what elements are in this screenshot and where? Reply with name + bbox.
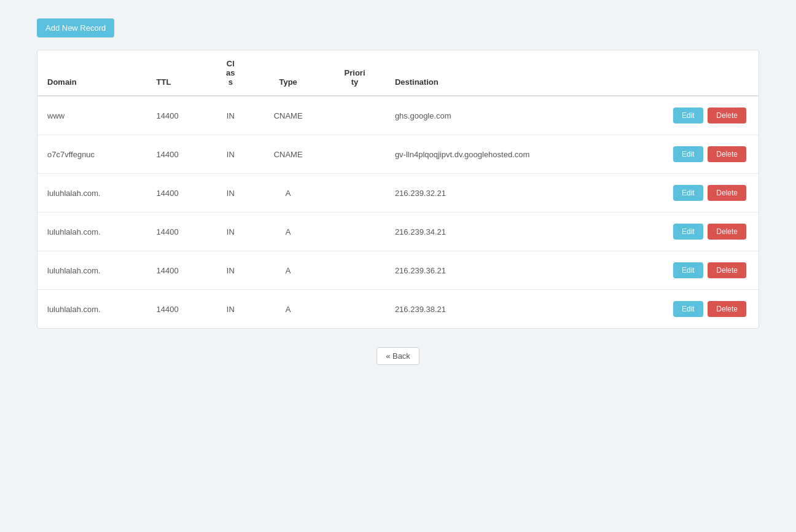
pagination: « Back [37,347,759,365]
edit-button[interactable]: Edit [673,262,703,278]
cell-class: IN [209,290,252,329]
cell-priority [324,213,385,251]
back-button[interactable]: « Back [377,347,419,365]
cell-ttl: 14400 [147,213,209,251]
cell-ttl: 14400 [147,251,209,290]
type-header: Type [252,50,324,96]
cell-ttl: 14400 [147,174,209,213]
domain-header: Domain [37,50,147,96]
cell-priority [324,96,385,135]
cell-type: A [252,251,324,290]
cell-destination: ghs.google.com [385,96,616,135]
cell-ttl: 14400 [147,290,209,329]
cell-class: IN [209,174,252,213]
cell-destination: 216.239.34.21 [385,213,616,251]
cell-actions: Edit Delete [616,251,759,290]
cell-destination: 216.239.32.21 [385,174,616,213]
cell-priority [324,251,385,290]
cell-class: IN [209,213,252,251]
cell-domain: luluhlalah.com. [37,213,147,251]
edit-button[interactable]: Edit [673,185,703,201]
table-body: www 14400 IN CNAME ghs.google.com Edit D… [37,96,759,328]
cell-priority [324,135,385,174]
actions-header [616,50,759,96]
cell-type: CNAME [252,96,324,135]
cell-actions: Edit Delete [616,174,759,213]
cell-destination: 216.239.38.21 [385,290,616,329]
cell-type: A [252,174,324,213]
cell-domain: luluhlalah.com. [37,290,147,329]
cell-priority [324,174,385,213]
cell-actions: Edit Delete [616,96,759,135]
table-row: www 14400 IN CNAME ghs.google.com Edit D… [37,96,759,135]
cell-ttl: 14400 [147,96,209,135]
cell-type: A [252,290,324,329]
cell-domain: luluhlalah.com. [37,174,147,213]
table-row: luluhlalah.com. 14400 IN A 216.239.38.21… [37,290,759,329]
cell-destination: gv-lln4plqoqjipvt.dv.googlehosted.com [385,135,616,174]
cell-type: A [252,213,324,251]
cell-ttl: 14400 [147,135,209,174]
table-row: luluhlalah.com. 14400 IN A 216.239.36.21… [37,251,759,290]
edit-button[interactable]: Edit [673,224,703,240]
edit-button[interactable]: Edit [673,108,703,123]
edit-button[interactable]: Edit [673,301,703,317]
delete-button[interactable]: Delete [708,146,746,162]
cell-domain: luluhlalah.com. [37,251,147,290]
table-row: luluhlalah.com. 14400 IN A 216.239.32.21… [37,174,759,213]
delete-button[interactable]: Delete [708,224,746,240]
delete-button[interactable]: Delete [708,185,746,201]
cell-actions: Edit Delete [616,290,759,329]
cell-actions: Edit Delete [616,135,759,174]
page-wrapper: Add New Record Domain TTL Class Type Pri… [0,0,796,402]
cell-destination: 216.239.36.21 [385,251,616,290]
cell-priority [324,290,385,329]
destination-header: Destination [385,50,616,96]
table-row: luluhlalah.com. 14400 IN A 216.239.34.21… [37,213,759,251]
cell-domain: www [37,96,147,135]
table-header-row: Domain TTL Class Type Priority Destinati… [37,50,759,96]
cell-domain: o7c7vffegnuc [37,135,147,174]
cell-class: IN [209,135,252,174]
records-table-container: Domain TTL Class Type Priority Destinati… [37,50,759,329]
ttl-header: TTL [147,50,209,96]
edit-button[interactable]: Edit [673,146,703,162]
cell-actions: Edit Delete [616,213,759,251]
delete-button[interactable]: Delete [708,262,746,278]
add-new-record-button[interactable]: Add New Record [37,18,114,37]
class-header: Class [209,50,252,96]
delete-button[interactable]: Delete [708,301,746,317]
records-table: Domain TTL Class Type Priority Destinati… [37,50,759,328]
cell-type: CNAME [252,135,324,174]
cell-class: IN [209,251,252,290]
cell-class: IN [209,96,252,135]
priority-header: Priority [324,50,385,96]
delete-button[interactable]: Delete [708,108,746,123]
table-row: o7c7vffegnuc 14400 IN CNAME gv-lln4plqoq… [37,135,759,174]
